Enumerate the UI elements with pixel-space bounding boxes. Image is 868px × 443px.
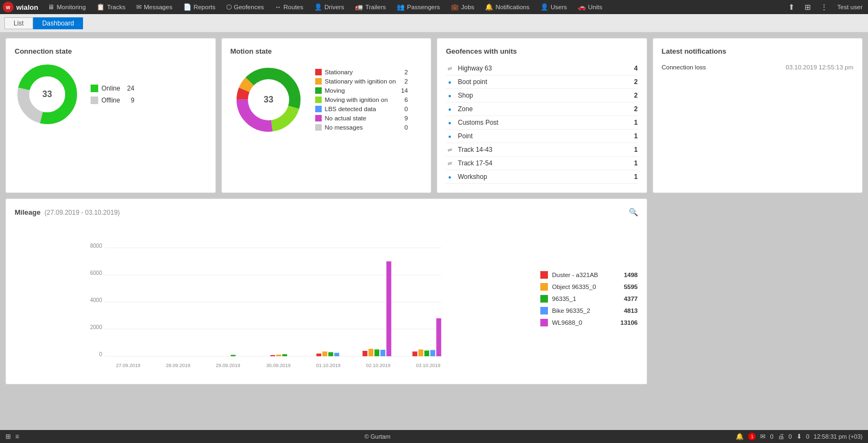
zoom-icon[interactable]: 🔍 [629,208,638,216]
nav-routes-label: Routes [284,4,303,10]
motion-no-actual: No actual state 9 [315,115,408,121]
chart-legend: Duster - a321AB 1498 Object 96335_0 5595… [540,222,638,375]
svg-text:02.10.2019: 02.10.2019 [366,363,391,368]
bar [430,350,435,357]
bar [276,355,281,356]
96335-1-swatch [540,295,548,303]
geo-item-highway: ⇌ Highway 63 4 [446,62,638,75]
nav-geofences-label: Geofences [234,4,264,10]
online-count: 24 [124,85,135,92]
svg-text:6000: 6000 [90,270,103,276]
import-icon[interactable]: ⬆ [785,1,798,14]
mov-ign-count: 6 [399,97,408,103]
nav-monitoring-label: Monitoring [56,4,86,10]
messages-icon: ✉ [136,3,142,11]
lbs-count: 0 [399,106,408,112]
users-icon: 👤 [540,3,548,11]
drivers-icon: 👤 [314,3,322,11]
mov-ign-label: Moving with ignition on [325,97,388,103]
tab-dashboard[interactable]: Dashboard [33,17,84,29]
bar [270,355,275,356]
nav-tracks[interactable]: 📋 Tracks [91,0,131,14]
more-icon[interactable]: ⋮ [818,1,831,14]
nav-units[interactable]: 🚗 Units [572,0,608,14]
geo-item-workshop: ● Workshop 1 [446,170,638,184]
geo-name-zone: Zone [458,105,630,113]
bar [380,350,385,356]
geo-count-boot: 2 [634,78,638,86]
svg-text:30.09.2019: 30.09.2019 [266,363,291,368]
geo-item-shop: ● Shop 2 [446,89,638,102]
legend-wl9688_0: WL9688_0 13106 [540,319,638,326]
bike-value: 4813 [624,307,638,314]
grid-icon[interactable]: ⊞ [801,1,814,14]
tab-list[interactable]: List [4,17,33,29]
nav-right: ⬆ ⊞ ⋮ Test user [785,1,866,14]
offline-legend-item: Offline 9 [91,97,135,104]
logo-icon: w [2,1,14,13]
notifications-card: Latest notifications Connection loss 03.… [653,38,863,193]
nav-routes[interactable]: ↔ Routes [270,0,309,14]
nav-notifications[interactable]: 🔔 Notifications [480,0,535,14]
nav-jobs[interactable]: 💼 Jobs [445,0,480,14]
mileage-header: Mileage (27.09.2019 - 03.10.2019) 🔍 [15,208,638,216]
geo-name-workshop: Workshop [458,173,630,181]
legend-object96335_0: Object 96335_0 5595 [540,283,638,291]
nav-geofences[interactable]: ⬡ Geofences [221,0,270,14]
motion-lbs: LBS detected data 0 [315,106,408,112]
geo-count-zone: 2 [634,105,638,113]
motion-state-title: Motion state [231,47,423,55]
units-icon: 🚗 [578,3,586,11]
obj96335-0-swatch [540,283,548,291]
duster-label: Duster - a321AB [552,272,598,278]
svg-text:4000: 4000 [90,297,103,303]
nav-passengers-label: Passengers [407,4,440,10]
duster-swatch [540,271,548,279]
no-msg-count: 0 [399,124,408,131]
obj96335-0-label: Object 96335_0 [552,284,596,290]
bar [374,350,379,357]
svg-text:33: 33 [264,95,273,104]
stat-ign-count: 2 [399,78,408,85]
nav-messages-label: Messages [144,4,172,10]
trailers-icon: 🚛 [355,3,363,11]
legend-duster: Duster - a321AB 1498 [540,271,638,279]
monitoring-icon: 🖥 [48,3,54,11]
no-actual-label: No actual state [325,115,367,121]
bike-swatch [540,307,548,314]
nav-reports[interactable]: 📄 Reports [178,0,221,14]
bar [362,351,367,356]
geo-count-track1443: 1 [634,146,638,153]
svg-text:0: 0 [99,351,103,357]
bar [436,318,441,356]
geofences-title: Geofences with units [446,47,638,55]
nav-passengers[interactable]: 👥 Passengers [391,0,445,14]
mileage-title-text: Mileage [15,208,41,216]
nav-trailers[interactable]: 🚛 Trailers [349,0,391,14]
nav-users[interactable]: 👤 Users [535,0,572,14]
top-navigation: w wialon 🖥 Monitoring 📋 Tracks ✉ Message… [0,0,868,14]
mov-ign-swatch [315,97,322,103]
offline-label: Offline [101,97,120,104]
moving-count: 14 [395,87,408,94]
geo-item-customs: ● Customs Post 1 [446,116,638,130]
nav-monitoring[interactable]: 🖥 Monitoring [42,0,91,14]
motion-no-messages: No messages 0 [315,124,408,131]
svg-text:33: 33 [42,89,52,99]
nav-messages[interactable]: ✉ Messages [131,0,177,14]
no-msg-swatch [315,124,322,131]
bar [316,354,321,356]
svg-text:27.09.2019: 27.09.2019 [116,363,141,368]
logo[interactable]: w wialon [2,1,38,13]
nav-jobs-label: Jobs [461,4,474,10]
nav-drivers[interactable]: 👤 Drivers [309,0,349,14]
bar [412,351,417,356]
bike-label: Bike 96335_2 [552,307,590,314]
jobs-icon: 💼 [451,3,459,11]
route-icon-highway: ⇌ [446,66,454,72]
svg-text:03.10.2019: 03.10.2019 [416,363,441,368]
dot-icon-customs: ● [446,120,454,126]
nav-drivers-label: Drivers [324,4,344,10]
motion-stationary-ignition: Stationary with ignition on 2 [315,78,408,85]
nav-notifications-label: Notifications [495,4,529,10]
